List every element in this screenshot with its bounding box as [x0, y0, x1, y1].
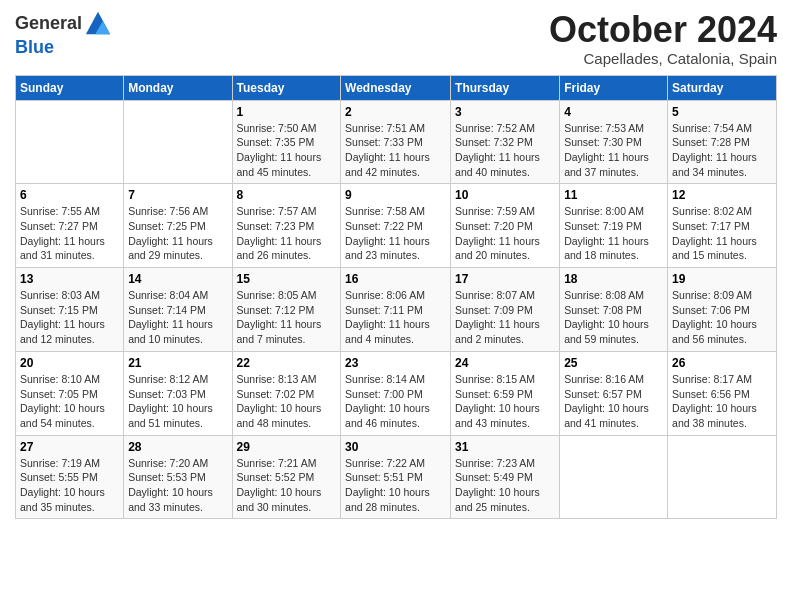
day-number: 19 [672, 272, 772, 286]
day-detail: Sunrise: 8:16 AM Sunset: 6:57 PM Dayligh… [564, 372, 663, 431]
day-number: 6 [20, 188, 119, 202]
day-number: 7 [128, 188, 227, 202]
col-monday: Monday [124, 75, 232, 100]
calendar-cell: 28Sunrise: 7:20 AM Sunset: 5:53 PM Dayli… [124, 435, 232, 519]
day-number: 11 [564, 188, 663, 202]
day-detail: Sunrise: 8:02 AM Sunset: 7:17 PM Dayligh… [672, 204, 772, 263]
calendar-cell [16, 100, 124, 184]
day-number: 10 [455, 188, 555, 202]
calendar-week-row: 27Sunrise: 7:19 AM Sunset: 5:55 PM Dayli… [16, 435, 777, 519]
day-number: 29 [237, 440, 337, 454]
calendar-cell: 4Sunrise: 7:53 AM Sunset: 7:30 PM Daylig… [560, 100, 668, 184]
day-number: 20 [20, 356, 119, 370]
calendar-cell: 12Sunrise: 8:02 AM Sunset: 7:17 PM Dayli… [668, 184, 777, 268]
day-number: 17 [455, 272, 555, 286]
day-detail: Sunrise: 7:58 AM Sunset: 7:22 PM Dayligh… [345, 204, 446, 263]
day-number: 1 [237, 105, 337, 119]
calendar-cell: 19Sunrise: 8:09 AM Sunset: 7:06 PM Dayli… [668, 268, 777, 352]
day-number: 25 [564, 356, 663, 370]
calendar-cell: 3Sunrise: 7:52 AM Sunset: 7:32 PM Daylig… [451, 100, 560, 184]
day-number: 27 [20, 440, 119, 454]
col-saturday: Saturday [668, 75, 777, 100]
logo-icon [84, 10, 112, 38]
day-number: 13 [20, 272, 119, 286]
day-number: 14 [128, 272, 227, 286]
calendar-cell: 15Sunrise: 8:05 AM Sunset: 7:12 PM Dayli… [232, 268, 341, 352]
day-detail: Sunrise: 7:23 AM Sunset: 5:49 PM Dayligh… [455, 456, 555, 515]
day-number: 26 [672, 356, 772, 370]
calendar-cell: 9Sunrise: 7:58 AM Sunset: 7:22 PM Daylig… [341, 184, 451, 268]
day-number: 12 [672, 188, 772, 202]
day-detail: Sunrise: 7:55 AM Sunset: 7:27 PM Dayligh… [20, 204, 119, 263]
day-number: 18 [564, 272, 663, 286]
calendar-cell: 14Sunrise: 8:04 AM Sunset: 7:14 PM Dayli… [124, 268, 232, 352]
day-detail: Sunrise: 7:57 AM Sunset: 7:23 PM Dayligh… [237, 204, 337, 263]
calendar-cell: 26Sunrise: 8:17 AM Sunset: 6:56 PM Dayli… [668, 351, 777, 435]
day-number: 5 [672, 105, 772, 119]
col-sunday: Sunday [16, 75, 124, 100]
header: General Blue October 2024 Capellades, Ca… [15, 10, 777, 67]
calendar-cell: 22Sunrise: 8:13 AM Sunset: 7:02 PM Dayli… [232, 351, 341, 435]
day-detail: Sunrise: 8:05 AM Sunset: 7:12 PM Dayligh… [237, 288, 337, 347]
day-number: 15 [237, 272, 337, 286]
calendar-cell: 2Sunrise: 7:51 AM Sunset: 7:33 PM Daylig… [341, 100, 451, 184]
calendar-cell: 6Sunrise: 7:55 AM Sunset: 7:27 PM Daylig… [16, 184, 124, 268]
calendar-cell: 10Sunrise: 7:59 AM Sunset: 7:20 PM Dayli… [451, 184, 560, 268]
calendar-cell: 8Sunrise: 7:57 AM Sunset: 7:23 PM Daylig… [232, 184, 341, 268]
calendar-week-row: 20Sunrise: 8:10 AM Sunset: 7:05 PM Dayli… [16, 351, 777, 435]
logo-general-text: General [15, 14, 82, 34]
day-detail: Sunrise: 7:59 AM Sunset: 7:20 PM Dayligh… [455, 204, 555, 263]
day-detail: Sunrise: 8:04 AM Sunset: 7:14 PM Dayligh… [128, 288, 227, 347]
calendar-cell [668, 435, 777, 519]
calendar-cell: 17Sunrise: 8:07 AM Sunset: 7:09 PM Dayli… [451, 268, 560, 352]
day-detail: Sunrise: 8:03 AM Sunset: 7:15 PM Dayligh… [20, 288, 119, 347]
calendar-cell: 11Sunrise: 8:00 AM Sunset: 7:19 PM Dayli… [560, 184, 668, 268]
calendar-cell: 20Sunrise: 8:10 AM Sunset: 7:05 PM Dayli… [16, 351, 124, 435]
calendar-cell: 30Sunrise: 7:22 AM Sunset: 5:51 PM Dayli… [341, 435, 451, 519]
logo-blue-text: Blue [15, 37, 54, 57]
calendar-cell: 1Sunrise: 7:50 AM Sunset: 7:35 PM Daylig… [232, 100, 341, 184]
month-title: October 2024 [549, 10, 777, 50]
day-number: 9 [345, 188, 446, 202]
day-number: 30 [345, 440, 446, 454]
day-detail: Sunrise: 7:50 AM Sunset: 7:35 PM Dayligh… [237, 121, 337, 180]
calendar-cell: 7Sunrise: 7:56 AM Sunset: 7:25 PM Daylig… [124, 184, 232, 268]
col-friday: Friday [560, 75, 668, 100]
day-detail: Sunrise: 8:10 AM Sunset: 7:05 PM Dayligh… [20, 372, 119, 431]
calendar-cell [560, 435, 668, 519]
day-detail: Sunrise: 8:08 AM Sunset: 7:08 PM Dayligh… [564, 288, 663, 347]
calendar-week-row: 1Sunrise: 7:50 AM Sunset: 7:35 PM Daylig… [16, 100, 777, 184]
day-number: 23 [345, 356, 446, 370]
calendar-page: General Blue October 2024 Capellades, Ca… [0, 0, 792, 612]
day-detail: Sunrise: 8:14 AM Sunset: 7:00 PM Dayligh… [345, 372, 446, 431]
day-detail: Sunrise: 8:06 AM Sunset: 7:11 PM Dayligh… [345, 288, 446, 347]
col-thursday: Thursday [451, 75, 560, 100]
day-detail: Sunrise: 8:09 AM Sunset: 7:06 PM Dayligh… [672, 288, 772, 347]
day-detail: Sunrise: 8:07 AM Sunset: 7:09 PM Dayligh… [455, 288, 555, 347]
calendar-cell: 13Sunrise: 8:03 AM Sunset: 7:15 PM Dayli… [16, 268, 124, 352]
calendar-cell: 5Sunrise: 7:54 AM Sunset: 7:28 PM Daylig… [668, 100, 777, 184]
day-detail: Sunrise: 7:21 AM Sunset: 5:52 PM Dayligh… [237, 456, 337, 515]
title-block: October 2024 Capellades, Catalonia, Spai… [549, 10, 777, 67]
day-number: 21 [128, 356, 227, 370]
calendar-cell: 25Sunrise: 8:16 AM Sunset: 6:57 PM Dayli… [560, 351, 668, 435]
day-detail: Sunrise: 8:15 AM Sunset: 6:59 PM Dayligh… [455, 372, 555, 431]
day-number: 28 [128, 440, 227, 454]
day-detail: Sunrise: 7:52 AM Sunset: 7:32 PM Dayligh… [455, 121, 555, 180]
calendar-week-row: 13Sunrise: 8:03 AM Sunset: 7:15 PM Dayli… [16, 268, 777, 352]
day-detail: Sunrise: 7:19 AM Sunset: 5:55 PM Dayligh… [20, 456, 119, 515]
location: Capellades, Catalonia, Spain [549, 50, 777, 67]
calendar-cell: 27Sunrise: 7:19 AM Sunset: 5:55 PM Dayli… [16, 435, 124, 519]
day-number: 2 [345, 105, 446, 119]
col-tuesday: Tuesday [232, 75, 341, 100]
day-detail: Sunrise: 8:00 AM Sunset: 7:19 PM Dayligh… [564, 204, 663, 263]
calendar-cell: 29Sunrise: 7:21 AM Sunset: 5:52 PM Dayli… [232, 435, 341, 519]
day-number: 31 [455, 440, 555, 454]
day-detail: Sunrise: 7:53 AM Sunset: 7:30 PM Dayligh… [564, 121, 663, 180]
calendar-cell: 24Sunrise: 8:15 AM Sunset: 6:59 PM Dayli… [451, 351, 560, 435]
calendar-cell: 18Sunrise: 8:08 AM Sunset: 7:08 PM Dayli… [560, 268, 668, 352]
day-number: 24 [455, 356, 555, 370]
calendar-cell [124, 100, 232, 184]
day-detail: Sunrise: 7:51 AM Sunset: 7:33 PM Dayligh… [345, 121, 446, 180]
day-number: 16 [345, 272, 446, 286]
